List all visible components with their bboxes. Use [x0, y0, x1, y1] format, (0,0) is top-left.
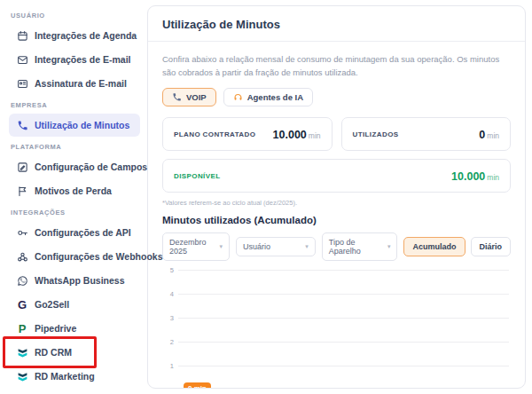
- sidebar-item-label: Utilização de Minutos: [35, 120, 129, 130]
- zero-value-badge: 0 min: [184, 382, 211, 389]
- y-axis-tick-label: 0: [162, 386, 174, 389]
- sidebar-item-label: Pipedrive: [35, 323, 76, 334]
- y-axis-tick-label: 2: [162, 338, 174, 346]
- stat-label: PLANO CONTRATADO: [174, 130, 255, 138]
- stat-unit: min: [309, 131, 321, 140]
- chart-heading: Minutos utilizados (Acumulado): [162, 215, 511, 225]
- rd-logo: [16, 370, 28, 382]
- sidebar-item-label: Integrações de Agenda: [35, 30, 137, 41]
- device-type-select[interactable]: Tipo de Aparelho ▾: [322, 232, 398, 261]
- tab-agentes-de-ia[interactable]: Agentes de IA: [223, 88, 313, 106]
- flag-icon: [16, 185, 28, 197]
- signature-card-icon: [16, 77, 28, 90]
- calendar-icon: [16, 29, 28, 42]
- minutes-usage-chart: 5 4 3 2 1 0 01/12 08/12 15/12 22/12 29/1…: [162, 270, 511, 389]
- sidebar-item-label: WhatsApp Business: [35, 275, 125, 286]
- sidebar-item-label: Go2Sell: [35, 299, 69, 310]
- form-fields-icon: [16, 161, 28, 173]
- section-label-integracoes: INTEGRAÇÕES: [11, 209, 140, 217]
- section-label-usuario: USUÁRIO: [11, 12, 140, 20]
- sidebar-item-integracoes-de-email[interactable]: Integrações de E-mail: [9, 48, 140, 71]
- gridline: [178, 318, 509, 319]
- sidebar-item-label: Assinatura de E-mail: [35, 78, 127, 89]
- chevron-down-icon: ▾: [220, 243, 223, 250]
- settings-sidebar: USUÁRIO Integrações de Agenda Integraçõe…: [0, 0, 147, 394]
- stat-label: UTILIZADOS: [353, 130, 399, 138]
- sidebar-item-integracoes-de-agenda[interactable]: Integrações de Agenda: [9, 24, 140, 47]
- sidebar-item-label: RD CRM: [35, 347, 72, 358]
- tab-label: Agentes de IA: [247, 92, 303, 102]
- y-axis-tick-label: 3: [162, 314, 174, 322]
- stat-value-group: 0min: [479, 126, 499, 142]
- stat-unit: min: [487, 131, 499, 140]
- sidebar-item-go2sell[interactable]: G Go2Sell: [9, 293, 140, 316]
- sidebar-item-motivos-de-perda[interactable]: Motivos de Perda: [9, 179, 140, 202]
- page-title: Utilização de Minutos: [162, 18, 280, 31]
- toggle-diario[interactable]: Diário: [471, 237, 512, 256]
- sidebar-item-pipedrive[interactable]: P Pipedrive: [9, 317, 140, 340]
- select-value: Tipo de Aparelho: [329, 238, 384, 256]
- tab-label: VOIP: [186, 92, 207, 102]
- sidebar-item-configuracoes-de-api[interactable]: Configurações de API: [9, 221, 140, 244]
- y-axis-tick-label: 5: [162, 266, 174, 274]
- panel-body: Confira abaixo a relação mensal de consu…: [148, 42, 525, 389]
- channel-tabs: VOIP Agentes de IA: [162, 88, 511, 106]
- panel-header: Utilização de Minutos: [148, 6, 525, 42]
- section-label-empresa: EMPRESA: [11, 101, 140, 109]
- envelope-icon: [16, 53, 28, 66]
- select-value: Usuário: [243, 242, 270, 251]
- y-axis-tick-label: 4: [162, 290, 174, 298]
- stat-unit: min: [487, 173, 499, 182]
- stat-card-plano-contratado: PLANO CONTRATADO 10.000min: [162, 117, 332, 151]
- tab-voip[interactable]: VOIP: [162, 88, 216, 106]
- stat-value: 10.000: [451, 170, 485, 183]
- stat-value: 10.000: [273, 129, 307, 141]
- description-text: Confira abaixo a relação mensal de consu…: [162, 53, 511, 79]
- stats-row: PLANO CONTRATADO 10.000min UTILIZADOS 0m…: [162, 117, 511, 151]
- view-toggle-group: Acumulado Diário: [403, 237, 511, 256]
- sidebar-item-utilizacao-de-minutos[interactable]: Utilização de Minutos: [9, 114, 140, 137]
- sidebar-item-configuracoes-de-webhooks[interactable]: Configurações de Webhooks: [9, 245, 140, 268]
- sidebar-item-label: Motivos de Perda: [35, 185, 112, 196]
- pipedrive-logo: P: [16, 322, 28, 335]
- sidebar-item-configuracao-de-campos[interactable]: Configuração de Campos: [9, 155, 140, 178]
- chevron-down-icon: ▾: [387, 243, 391, 250]
- section-label-plataforma: PLATAFORMA: [11, 143, 140, 151]
- stat-label: DISPONÍVEL: [174, 172, 220, 180]
- sidebar-item-label: Integrações de E-mail: [35, 54, 131, 65]
- go2sell-logo: G: [16, 298, 28, 311]
- user-select[interactable]: Usuário ▾: [236, 237, 316, 256]
- gridline: [178, 366, 509, 366]
- sidebar-item-label: Configuração de Campos: [35, 162, 147, 172]
- sidebar-item-whatsapp-business[interactable]: WhatsApp Business: [9, 269, 140, 292]
- sidebar-item-rd-crm[interactable]: RD CRM: [9, 341, 140, 364]
- stat-card-disponivel: DISPONÍVEL 10.000min: [162, 159, 511, 193]
- whatsapp-icon: [16, 274, 28, 287]
- phone-icon: [16, 119, 28, 131]
- cycle-footnote: *Valores referem-se ao ciclo atual (dez/…: [162, 199, 511, 207]
- rd-logo: [16, 346, 28, 359]
- sidebar-item-label: Configurações de Webhooks: [35, 251, 163, 262]
- stat-value-group: 10.000min: [451, 168, 499, 184]
- sidebar-item-label: Configurações de API: [35, 227, 131, 238]
- stat-value: 0: [479, 129, 485, 141]
- gridline: [178, 270, 509, 271]
- sidebar-item-label: RD Marketing: [35, 371, 95, 382]
- sidebar-item-assinatura-de-email[interactable]: Assinatura de E-mail: [9, 72, 140, 95]
- gridline: [178, 342, 509, 343]
- chart-filters: Dezembro 2025 ▾ Usuário ▾ Tipo de Aparel…: [162, 232, 511, 261]
- gridline: [178, 294, 509, 295]
- settings-page: USUÁRIO Integrações de Agenda Integraçõe…: [0, 0, 532, 394]
- phone-icon: [172, 92, 182, 102]
- minutes-usage-panel: Utilização de Minutos Confira abaixo a r…: [147, 5, 526, 389]
- stat-card-utilizados: UTILIZADOS 0min: [341, 117, 512, 151]
- webhook-icon: [16, 250, 28, 263]
- chevron-down-icon: ▾: [305, 243, 309, 250]
- sidebar-item-rd-marketing[interactable]: RD Marketing: [9, 365, 140, 388]
- toggle-acumulado[interactable]: Acumulado: [403, 237, 465, 256]
- stat-value-group: 10.000min: [273, 126, 321, 142]
- headset-icon: [233, 92, 243, 102]
- key-icon: [16, 226, 28, 239]
- month-select[interactable]: Dezembro 2025 ▾: [162, 232, 230, 261]
- select-value: Dezembro 2025: [169, 238, 216, 256]
